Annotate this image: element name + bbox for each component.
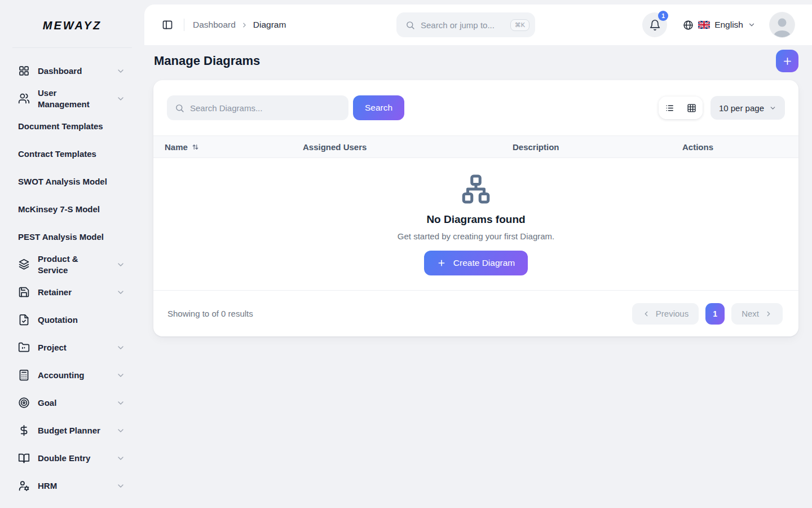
chevron-down-icon [116, 398, 125, 408]
org-chart-icon [460, 173, 492, 205]
brand-logo[interactable]: MEWAYZ [0, 0, 144, 32]
sidebar-item-hrm[interactable]: HRM [18, 472, 125, 500]
card-toolbar: Search 10 per page [153, 80, 798, 135]
sidebar-item-label: HRM [38, 480, 108, 492]
card-footer: Showing to of 0 results Previous 1 Next [153, 290, 798, 336]
page-number-button[interactable]: 1 [705, 303, 725, 325]
sidebar-item-label: Double Entry [38, 453, 108, 464]
list-view-button[interactable] [659, 97, 681, 119]
column-header-actions: Actions [682, 142, 798, 152]
chevron-down-icon [116, 94, 125, 103]
breadcrumb-dashboard[interactable]: Dashboard [193, 20, 236, 30]
sidebar-item-label: Retainer [38, 287, 108, 298]
sidebar-toggle-button[interactable] [160, 17, 175, 33]
search-button[interactable]: Search [353, 95, 404, 120]
sidebar-item-mckinsey-7s[interactable]: McKinsey 7-S Model [18, 195, 125, 223]
navbar-divider [184, 19, 184, 31]
grid-icon [18, 65, 30, 77]
global-search-input[interactable] [421, 20, 505, 30]
breadcrumb-current: Diagram [253, 20, 286, 30]
sidebar-item-pest-analysis[interactable]: PEST Analysis Model [18, 223, 125, 251]
create-diagram-button[interactable]: Create Diagram [424, 251, 528, 275]
global-search[interactable]: ⌘K [396, 12, 535, 37]
brand-logo-text: MEWAYZ [43, 19, 102, 32]
column-header-assigned-users: Assigned Users [303, 142, 513, 152]
sidebar-item-label: Document Templates [18, 121, 125, 132]
add-diagram-button[interactable] [776, 50, 798, 72]
next-label: Next [742, 309, 759, 318]
navbar-right-cluster: 1 English [642, 12, 795, 37]
plus-icon [782, 56, 793, 67]
previous-page-button[interactable]: Previous [632, 303, 699, 325]
sidebar-item-contract-templates[interactable]: Contract Templates [18, 140, 125, 168]
language-selector[interactable]: English [683, 20, 756, 30]
sidebar-item-retainer[interactable]: Retainer [18, 278, 125, 306]
sidebar: MEWAYZ Dashboard User Management Documen… [0, 0, 144, 508]
diagram-search-input[interactable] [190, 103, 341, 113]
diagram-search-field[interactable] [167, 95, 348, 120]
grid-view-button[interactable] [681, 97, 703, 119]
chevron-left-icon [642, 310, 650, 318]
sidebar-item-label: Project [38, 342, 108, 353]
sidebar-item-quotation[interactable]: Quotation [18, 306, 125, 334]
chevron-down-icon [116, 288, 125, 297]
sidebar-item-double-entry[interactable]: Double Entry [18, 444, 125, 472]
sidebar-item-dashboard[interactable]: Dashboard [18, 57, 125, 85]
target-icon [18, 397, 30, 409]
users-icon [18, 93, 30, 104]
column-header-description: Description [513, 142, 682, 152]
sort-icon[interactable] [191, 143, 200, 151]
sidebar-item-accounting[interactable]: Accounting [18, 361, 125, 389]
page-title: Manage Diagrams [154, 54, 260, 68]
column-label: Name [165, 142, 188, 152]
column-header-name[interactable]: Name [165, 142, 303, 152]
empty-state: No Diagrams found Get started by creatin… [153, 158, 798, 290]
chevron-down-icon [116, 426, 125, 435]
book-open-icon [18, 452, 30, 464]
sidebar-item-project[interactable]: Project [18, 334, 125, 361]
sidebar-item-product-service[interactable]: Product & Service [18, 251, 125, 278]
globe-icon [683, 20, 694, 30]
sidebar-item-swot-analysis[interactable]: SWOT Analysis Model [18, 168, 125, 195]
per-page-select[interactable]: 10 per page [710, 96, 785, 120]
chevron-down-icon [116, 260, 125, 269]
page-header: Manage Diagrams [144, 49, 812, 73]
top-navbar: Dashboard Diagram ⌘K 1 [144, 5, 812, 45]
sidebar-item-document-templates[interactable]: Document Templates [18, 112, 125, 140]
chevron-down-icon [116, 343, 125, 352]
sidebar-item-label: Product & Service [38, 253, 108, 276]
bell-icon [649, 19, 661, 31]
sidebar-item-label: McKinsey 7-S Model [18, 204, 125, 215]
chevron-down-icon [116, 67, 125, 76]
user-gear-icon [18, 480, 30, 492]
sidebar-item-label: Quotation [38, 314, 125, 326]
search-icon [175, 103, 184, 113]
layers-icon [18, 259, 30, 270]
user-avatar[interactable] [770, 12, 795, 37]
results-summary: Showing to of 0 results [167, 309, 253, 318]
language-label: English [714, 20, 743, 30]
dollar-icon [18, 424, 30, 436]
table-header-row: Name Assigned Users Description Actions [153, 135, 798, 158]
notifications-button[interactable]: 1 [642, 12, 667, 37]
chevron-down-icon [769, 104, 776, 112]
empty-state-subtitle: Get started by creating your first Diagr… [398, 231, 554, 241]
keyboard-shortcut-badge: ⌘K [510, 19, 529, 31]
previous-label: Previous [656, 309, 689, 318]
file-check-icon [18, 314, 30, 326]
sidebar-item-goal[interactable]: Goal [18, 389, 125, 417]
chevron-right-icon [765, 310, 773, 318]
sidebar-item-user-management[interactable]: User Management [18, 85, 125, 112]
column-label: Description [513, 142, 559, 152]
sidebar-item-label: Contract Templates [18, 148, 125, 160]
sidebar-item-label: Budget Planner [38, 425, 108, 436]
chevron-down-icon [116, 371, 125, 380]
main-area: Dashboard Diagram ⌘K 1 [144, 0, 812, 508]
sidebar-item-label: PEST Analysis Model [18, 231, 125, 243]
create-diagram-label: Create Diagram [453, 258, 515, 268]
calculator-icon [18, 369, 30, 381]
next-page-button[interactable]: Next [731, 303, 783, 325]
list-icon [665, 103, 674, 113]
notification-count-badge: 1 [658, 11, 668, 21]
sidebar-item-budget-planner[interactable]: Budget Planner [18, 417, 125, 444]
